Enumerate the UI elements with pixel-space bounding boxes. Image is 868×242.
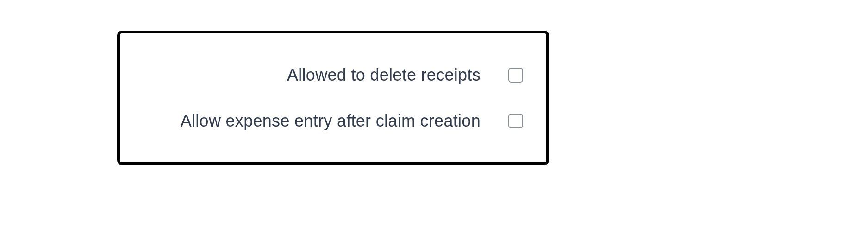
setting-label-delete-receipts: Allowed to delete receipts [287,65,481,85]
setting-row-expense-entry: Allow expense entry after claim creation [143,111,523,131]
checkbox-delete-receipts[interactable] [508,68,523,83]
setting-label-expense-entry: Allow expense entry after claim creation [181,111,481,131]
setting-row-delete-receipts: Allowed to delete receipts [143,65,523,85]
checkbox-expense-entry[interactable] [508,114,523,128]
settings-panel: Allowed to delete receipts Allow expense… [117,31,549,165]
